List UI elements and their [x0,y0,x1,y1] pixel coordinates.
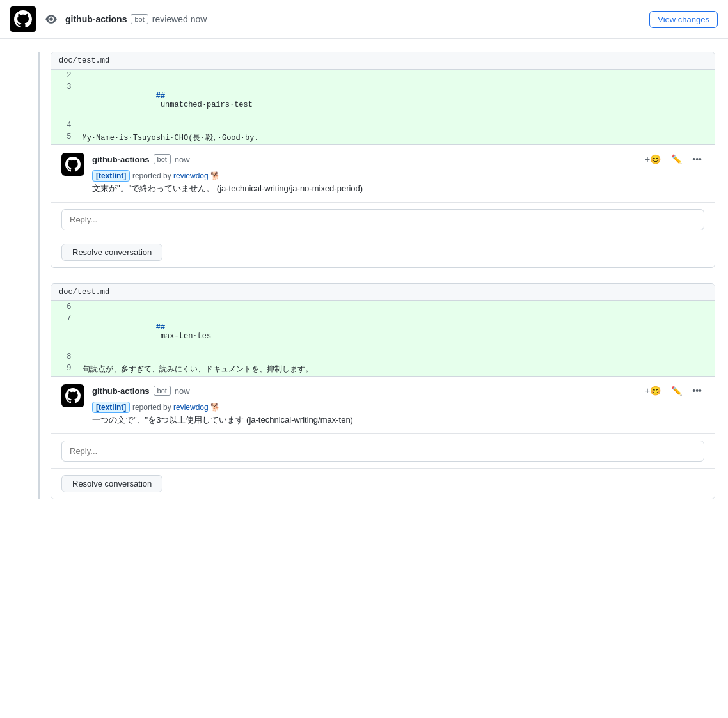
diff-row: 4 [51,120,715,131]
diff-table: 6 7 ## max-ten·tes 8 [51,301,715,376]
line-code: ## max-ten·tes [77,313,715,351]
reported-by-text: reported by reviewdog 🐕 [132,171,220,180]
reported-by-text: reported by reviewdog 🐕 [132,403,220,412]
edit-button[interactable]: ✏️ [669,384,684,397]
line-number: 9 [51,363,77,376]
diff-row: 9 句読点が、多すぎて、読みにくい、ドキュメントを、抑制します。 [51,363,715,376]
code-keyword: ## [156,91,165,100]
comment-item: github-actions bot now +😊 ✏️ ••• [51,377,715,434]
diff-table: 2 3 ## unmatched·pairs·test 4 [51,70,715,144]
actor-name: github-actions [65,14,127,24]
comment-actions: +😊 ✏️ ••• [642,153,704,166]
reviewdog-link[interactable]: reviewdog [173,403,209,412]
resolve-conversation-button[interactable]: Resolve conversation [61,475,162,492]
reply-area [51,434,715,469]
code-keyword: ## [156,323,165,332]
add-reaction-button[interactable]: +😊 [642,153,663,166]
add-reaction-button[interactable]: +😊 [642,384,663,397]
line-number: 6 [51,301,77,313]
reviews-container: doc/test.md 2 3 ## unmatched·pairs·test [51,52,728,499]
line-code [77,301,715,313]
comment-text: [textlint] reported by reviewdog 🐕 文末が"。… [92,169,704,194]
header-actor: github-actions bot reviewed now [65,14,649,24]
line-code: My·Name·is·Tsuyoshi·CHO(長·毅,·Good·by. [77,131,715,144]
line-number: 4 [51,120,77,131]
diff-row: 3 ## unmatched·pairs·test [51,81,715,120]
line-code: 句読点が、多すぎて、読みにくい、ドキュメントを、抑制します。 [77,363,715,376]
top-header: github-actions bot reviewed now View cha… [0,0,728,39]
line-number: 5 [51,131,77,144]
line-code [77,120,715,131]
comment-actions: +😊 ✏️ ••• [642,384,704,397]
comment-body: github-actions bot now +😊 ✏️ ••• [92,153,704,194]
eye-icon [44,12,59,27]
comment-author: github-actions [92,386,150,396]
line-number: 7 [51,313,77,351]
more-options-button[interactable]: ••• [690,384,704,397]
code-text: max-ten·tes [156,332,211,341]
line-number: 8 [51,351,77,363]
file-path-bar: doc/test.md [51,284,715,301]
file-path-bar: doc/test.md [51,52,715,70]
comment-time: now [175,386,190,396]
code-text: unmatched·pairs·test [156,100,253,109]
edit-button[interactable]: ✏️ [669,153,684,166]
line-code [77,70,715,81]
diff-row: 5 My·Name·is·Tsuyoshi·CHO(長·毅,·Good·by. [51,131,715,144]
reply-area [51,203,715,237]
left-timeline-line [38,52,40,499]
diff-row: 8 [51,351,715,363]
line-number: 3 [51,81,77,120]
comment-bot-badge: bot [154,386,171,396]
diff-row: 7 ## max-ten·tes [51,313,715,351]
page-wrapper: github-actions bot reviewed now View cha… [0,0,728,718]
resolve-conversation-button[interactable]: Resolve conversation [61,244,162,261]
header-action-text: reviewed now [152,14,207,24]
comment-text: [textlint] reported by reviewdog 🐕 一つの文で… [92,401,704,426]
github-logo [10,6,36,32]
bot-badge: bot [131,14,148,24]
github-logo-icon [14,10,32,28]
avatar-github-icon [65,157,81,172]
more-options-button[interactable]: ••• [690,153,704,166]
reply-input[interactable] [61,209,704,230]
textlint-tag: [textlint] [92,170,130,182]
comment-section: github-actions bot now +😊 ✏️ ••• [51,144,715,267]
comment-section: github-actions bot now +😊 ✏️ ••• [51,376,715,499]
comment-body: github-actions bot now +😊 ✏️ ••• [92,384,704,426]
line-number: 2 [51,70,77,81]
review-card: doc/test.md 2 3 ## unmatched·pairs·test [51,52,715,268]
reviewdog-link[interactable]: reviewdog [173,171,209,180]
comment-author: github-actions [92,155,150,164]
resolve-area: Resolve conversation [51,237,715,267]
diff-row: 2 [51,70,715,81]
resolve-area: Resolve conversation [51,469,715,499]
comment-bot-badge: bot [154,154,171,164]
comment-avatar [61,153,84,176]
reply-input[interactable] [61,441,704,462]
view-changes-button[interactable]: View changes [649,11,718,28]
avatar-github-icon [65,388,81,403]
textlint-tag: [textlint] [92,402,130,413]
comment-header: github-actions bot now +😊 ✏️ ••• [92,384,704,397]
comment-message: 文末が"。"で終わっていません。 (ja-technical-writing/j… [92,183,363,193]
line-code [77,351,715,363]
content-area: doc/test.md 2 3 ## unmatched·pairs·test [0,39,728,512]
comment-item: github-actions bot now +😊 ✏️ ••• [51,145,715,203]
comment-time: now [175,155,190,164]
review-card: doc/test.md 6 7 ## max-ten·tes [51,283,715,499]
comment-avatar [61,384,84,407]
diff-row: 6 [51,301,715,313]
comment-message: 一つの文で"、"を3つ以上使用しています (ja-technical-writi… [92,415,353,425]
line-code: ## unmatched·pairs·test [77,81,715,120]
comment-header: github-actions bot now +😊 ✏️ ••• [92,153,704,166]
